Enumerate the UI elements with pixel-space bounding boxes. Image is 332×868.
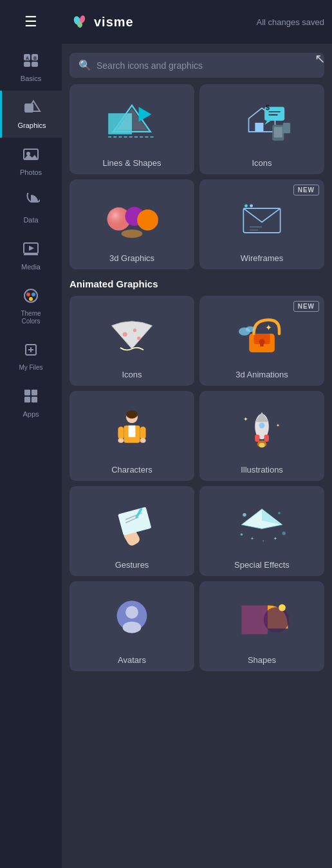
svg-point-55 [123,332,127,336]
svg-point-77 [259,422,265,428]
card-anim-icons[interactable]: Icons [69,296,194,386]
svg-text:✦: ✦ [243,415,248,422]
svg-rect-23 [24,397,30,402]
sidebar-item-graphics-label: Graphics [17,122,46,130]
svg-marker-38 [264,121,271,125]
svg-point-15 [26,293,30,296]
svg-point-54 [250,204,253,208]
sidebar: ☰ A B Basics Graphics [0,0,62,868]
card-illustrations[interactable]: ✦ ✦ Illustrations [199,391,324,481]
sidebar-item-basics-label: Basics [21,75,41,83]
svg-rect-83 [118,507,151,536]
sidebar-item-data-label: Data [23,216,38,224]
card-icons-label: Icons [252,158,272,168]
sidebar-header: ☰ [0,0,62,44]
sidebar-item-apps[interactable]: Apps [0,379,62,426]
svg-rect-75 [255,435,259,442]
logo-icon [69,12,90,32]
card-characters[interactable]: Characters [69,391,194,481]
saved-status: All changes saved [256,17,324,27]
card-shapes-label: Shapes [248,655,276,665]
sidebar-item-my-files-label: My Files [19,364,42,372]
card-img-illustrations: ✦ ✦ [205,399,319,460]
svg-rect-2 [24,62,30,67]
card-illustrations-label: Illustrations [241,465,283,475]
svg-point-97 [125,606,138,619]
photos-icon [22,145,40,166]
sidebar-item-media-label: Media [21,263,41,271]
svg-point-53 [244,204,248,208]
svg-point-79 [259,442,265,447]
svg-point-56 [133,329,136,332]
card-img-anim-icons [75,303,189,365]
card-avatars[interactable]: Avatars [69,581,194,671]
hamburger-icon[interactable]: ☰ [24,14,37,30]
svg-rect-70 [140,426,146,439]
sidebar-item-photos[interactable]: Photos [0,138,62,185]
svg-text:✦: ✦ [276,422,280,428]
svg-text:✦: ✦ [262,539,264,543]
svg-rect-44 [283,123,290,133]
animated-grid: Icons NEW ✦ [69,296,324,671]
wireframes-new-badge: NEW [293,185,319,195]
basics-icon: A B [22,51,40,72]
svg-point-66 [126,410,138,419]
card-wireframes[interactable]: NEW Wireframes [199,179,324,269]
card-img-shapes [205,589,319,650]
card-shapes[interactable]: Shapes [199,581,324,671]
svg-point-89 [243,513,246,516]
sidebar-item-theme-colors-label: ThemeColors [21,310,41,325]
svg-point-98 [123,621,142,633]
svg-rect-61 [260,343,263,346]
3d-animations-new-badge: NEW [293,301,319,312]
svg-rect-21 [24,390,30,395]
card-characters-label: Characters [111,465,152,475]
sidebar-item-graphics[interactable]: Graphics [0,91,62,138]
card-special-effects[interactable]: ✦ ✦ ✦ Special Effects [199,486,324,576]
data-icon [22,193,40,213]
svg-text:✦: ✦ [250,536,254,541]
svg-point-57 [137,336,140,339]
search-bar[interactable]: 🔍 [69,53,324,78]
static-grid: Lines & Shapes $ [69,84,324,269]
sidebar-item-media[interactable]: Media [0,232,62,279]
card-gestures[interactable]: Gestures [69,486,194,576]
svg-rect-68 [129,425,136,437]
card-3d-graphics[interactable]: 3d Graphics [69,179,194,269]
apps-icon [22,387,40,408]
card-gestures-label: Gestures [115,560,149,570]
graphics-icon [23,98,41,119]
card-img-special-effects: ✦ ✦ ✦ [205,494,319,555]
card-lines-shapes[interactable]: Lines & Shapes [69,84,194,174]
main-content: visme All changes saved 🔍 ↖ [62,0,332,868]
svg-rect-36 [255,123,263,132]
card-img-characters [75,399,189,460]
sidebar-item-theme-colors[interactable]: ThemeColors [0,279,62,333]
sidebar-item-my-files[interactable]: My Files [0,333,62,379]
my-files-icon [22,341,40,361]
logo-text: visme [94,15,134,30]
svg-marker-12 [29,246,34,251]
card-img-icons: $ [205,92,319,153]
svg-point-92 [241,533,243,536]
svg-rect-76 [264,435,269,442]
svg-rect-22 [32,390,37,395]
card-anim-icons-label: Icons [122,370,142,379]
card-img-lines-shapes [75,92,189,153]
card-3d-animations[interactable]: NEW ✦ [199,296,324,386]
svg-text:✦: ✦ [265,323,272,332]
card-icons[interactable]: $ Icons [199,84,324,174]
sidebar-item-data[interactable]: Data [0,185,62,232]
card-3d-animations-label: 3d Animations [235,370,288,379]
sidebar-item-basics[interactable]: A B Basics [0,44,62,91]
search-icon: 🔍 [78,59,91,71]
search-input[interactable] [97,60,315,71]
card-special-effects-label: Special Effects [234,560,290,570]
svg-point-48 [137,210,158,231]
svg-text:B: B [33,56,37,60]
top-bar: visme All changes saved [62,0,332,44]
sidebar-item-apps-label: Apps [23,410,39,419]
theme-colors-icon [22,287,40,307]
svg-point-49 [122,230,143,238]
static-grid-area: Lines & Shapes $ [62,84,332,868]
